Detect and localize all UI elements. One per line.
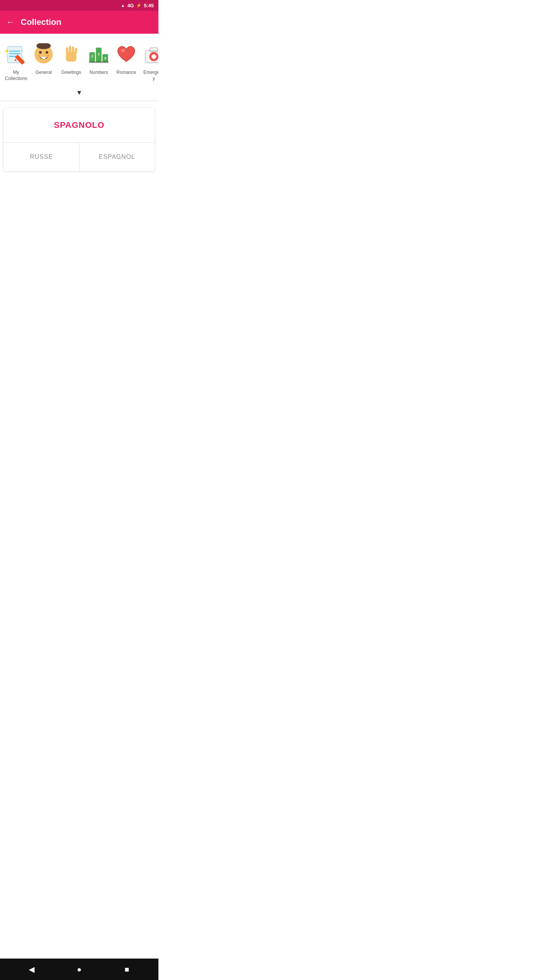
page-title: Collection bbox=[21, 17, 61, 27]
svg-rect-15 bbox=[66, 47, 68, 54]
svg-rect-31 bbox=[152, 56, 156, 58]
right-language-option[interactable]: ESPAGNOL bbox=[80, 143, 155, 171]
romance-label: Romance bbox=[116, 70, 136, 76]
network-icon: ▲ bbox=[121, 3, 125, 8]
greetings-icon bbox=[58, 41, 84, 67]
language-card-top[interactable]: SPAGNOLO bbox=[4, 108, 155, 143]
back-button[interactable]: ← bbox=[6, 18, 15, 26]
svg-text:1: 1 bbox=[98, 52, 99, 56]
left-language-option[interactable]: RUSSE bbox=[4, 143, 80, 171]
time-label: 5:45 bbox=[144, 3, 154, 8]
category-item-general[interactable]: General bbox=[31, 40, 57, 83]
category-item-emergency[interactable]: Emergency bbox=[141, 40, 158, 83]
my-collections-icon bbox=[3, 41, 29, 67]
svg-rect-17 bbox=[72, 47, 74, 54]
svg-text:2: 2 bbox=[91, 54, 93, 58]
language-card-bottom: RUSSE ESPAGNOL bbox=[4, 143, 155, 171]
svg-text:3: 3 bbox=[104, 56, 106, 60]
svg-point-8 bbox=[39, 51, 42, 54]
category-item-numbers[interactable]: 2 1 3 Numbers bbox=[86, 40, 112, 83]
header: ← Collection bbox=[0, 11, 158, 34]
category-item-my-collections[interactable]: My Collections bbox=[3, 40, 29, 83]
chevron-down-icon[interactable]: ▾ bbox=[77, 88, 81, 97]
battery-icon: ⚡ bbox=[136, 3, 142, 8]
network-label: 4G bbox=[127, 3, 134, 8]
right-language-label: ESPAGNOL bbox=[99, 154, 135, 160]
chevron-row[interactable]: ▾ bbox=[0, 86, 158, 101]
general-label: General bbox=[36, 70, 52, 76]
left-language-label: RUSSE bbox=[30, 154, 53, 160]
svg-point-9 bbox=[46, 51, 48, 54]
svg-rect-12 bbox=[42, 57, 46, 59]
svg-point-10 bbox=[38, 55, 40, 56]
category-item-romance[interactable]: Romance bbox=[113, 40, 139, 83]
romance-icon bbox=[113, 41, 139, 67]
emergency-icon bbox=[141, 41, 158, 67]
top-language-label: SPAGNOLO bbox=[54, 120, 104, 130]
category-item-greetings[interactable]: Greetings bbox=[58, 40, 84, 83]
svg-point-11 bbox=[47, 55, 49, 56]
status-bar: ▲ 4G ⚡ 5:45 bbox=[0, 0, 158, 11]
my-collections-label: My Collections bbox=[5, 70, 28, 82]
greetings-label: Greetings bbox=[61, 70, 81, 76]
general-icon bbox=[31, 41, 57, 67]
svg-rect-16 bbox=[69, 46, 71, 54]
numbers-label: Numbers bbox=[90, 70, 108, 76]
category-row: My Collections General bbox=[0, 34, 158, 86]
numbers-icon: 2 1 3 bbox=[86, 41, 112, 67]
language-card: SPAGNOLO RUSSE ESPAGNOL bbox=[4, 108, 155, 171]
section-divider bbox=[0, 101, 158, 101]
svg-rect-18 bbox=[75, 48, 77, 54]
emergency-label: Emergency bbox=[142, 70, 158, 82]
